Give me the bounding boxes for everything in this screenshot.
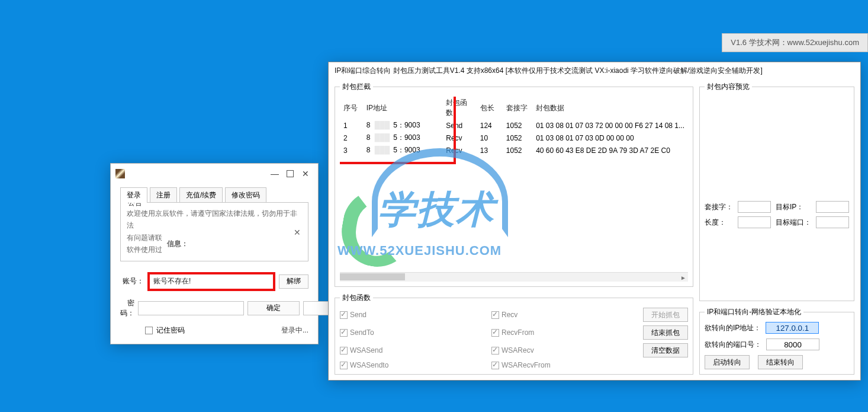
col-socket[interactable]: 套接字 [503, 97, 532, 119]
scroll-right-icon[interactable]: ► [679, 273, 688, 282]
app-icon [115, 169, 125, 178]
length-input[interactable] [738, 216, 771, 228]
tool-window: IP和端口综合转向 封包压力测试工具V1.4 支持x86x64 [本软件仅用于技… [328, 62, 861, 381]
chk-wsarecv[interactable]: WSARecv [491, 346, 635, 354]
table-row[interactable]: 28███5：9003Recv10105201 03 08 01 07 03 0… [340, 132, 688, 144]
functions-fieldset: 封包函数 Send Recv 开始抓包 SendTo RecvFrom 结束抓包… [335, 293, 693, 375]
start-forward-button[interactable]: 启动转向 [705, 355, 750, 369]
forward-legend: IP和端口转向-网络验证本地化 [705, 307, 803, 317]
chk-sendto[interactable]: SendTo [340, 328, 483, 337]
login-tabs: 登录 注册 充值/续费 修改密码 [120, 187, 308, 203]
preview-legend: 封包内容预览 [705, 82, 752, 92]
confirm-button[interactable]: 确定 [247, 301, 300, 315]
target-port-input[interactable] [816, 216, 849, 228]
chk-send[interactable]: Send [340, 311, 483, 319]
target-port-label: 目标端口： [776, 218, 811, 228]
announcement-box: 公告 欢迎使用京辰软件，请遵守国家法律法规，切勿用于非法 有问题请联 软件使用过… [120, 202, 308, 261]
login-status: 登录中... [281, 325, 308, 336]
tool-title: IP和端口综合转向 封包压力测试工具V1.4 支持x86x64 [本软件仅用于技… [329, 62, 860, 79]
clear-data-button[interactable]: 清空数据 [643, 343, 688, 357]
minimize-button[interactable]: — [267, 167, 282, 180]
tab-register[interactable]: 注册 [150, 187, 177, 203]
length-label: 长度： [705, 218, 733, 228]
error-text: 账号不存在! [153, 276, 191, 286]
table-row[interactable]: 18███5：9003Send124105201 03 08 01 07 03 … [340, 119, 688, 132]
forward-ip-input[interactable] [766, 322, 819, 334]
col-data[interactable]: 封包数据 [532, 97, 688, 119]
message-label: 信息： [167, 238, 188, 250]
functions-legend: 封包函数 [340, 293, 373, 303]
tab-changepwd[interactable]: 修改密码 [225, 187, 266, 203]
announce-line2b: 软件使用过 [127, 244, 162, 255]
preview-fieldset: 封包内容预览 套接字： 目标IP： 长度： 目标端口： [699, 82, 854, 301]
announce-line1: 欢迎使用京辰软件，请遵守国家法律法规，切勿用于非法 [127, 207, 302, 232]
socket-label: 套接字： [705, 202, 733, 212]
announce-line2a: 有问题请联 [127, 232, 162, 244]
capture-fieldset: 封包拦截 序号 IP地址 封包函数 包长 套接字 封包数据 18███5：900… [335, 82, 693, 287]
chk-wsasendto[interactable]: WSASendto [340, 361, 483, 369]
chk-recvfrom[interactable]: RecvFrom [491, 328, 635, 337]
col-len[interactable]: 包长 [477, 97, 503, 119]
forward-ip-label: 欲转向的IP地址： [705, 323, 761, 333]
login-titlebar: — ✕ [111, 164, 318, 184]
chk-wsasend[interactable]: WSASend [340, 346, 483, 354]
chk-recv[interactable]: Recv [491, 311, 635, 319]
close-button[interactable]: ✕ [298, 167, 313, 180]
col-index[interactable]: 序号 [340, 97, 363, 119]
error-highlight: 账号不存在! [147, 272, 275, 291]
chk-wsarecvfrom[interactable]: WSARecvFrom [491, 361, 635, 369]
packet-table[interactable]: 序号 IP地址 封包函数 包长 套接字 封包数据 18███5：9003Send… [340, 97, 688, 157]
remember-checkbox[interactable] [145, 327, 153, 334]
col-ip[interactable]: IP地址 [363, 97, 443, 119]
tab-login[interactable]: 登录 [120, 187, 147, 203]
end-capture-button[interactable]: 结束抓包 [643, 325, 688, 340]
end-forward-button[interactable]: 结束转向 [758, 355, 803, 369]
target-ip-label: 目标IP： [776, 202, 811, 212]
socket-input[interactable] [738, 201, 771, 213]
scroll-thumb[interactable] [340, 273, 405, 280]
login-window: — ✕ 登录 注册 充值/续费 修改密码 公告 欢迎使用京辰软件，请遵守国家法律… [110, 163, 319, 344]
maximize-button[interactable] [282, 167, 298, 180]
col-func[interactable]: 封包函数 [442, 97, 476, 119]
capture-legend: 封包拦截 [340, 82, 373, 92]
horizontal-scrollbar[interactable]: ◄ ► [340, 272, 688, 282]
forward-port-label: 欲转向的端口号： [705, 340, 761, 350]
forward-fieldset: IP和端口转向-网络验证本地化 欲转向的IP地址： 欲转向的端口号： 启动转向 … [699, 307, 854, 375]
password-input[interactable] [138, 301, 244, 315]
unbind-button[interactable]: 解绑 [279, 274, 308, 289]
message-close-icon[interactable]: ✕ [294, 228, 301, 237]
remember-label: 记住密码 [156, 325, 185, 336]
start-capture-button[interactable]: 开始抓包 [643, 308, 688, 322]
target-ip-input[interactable] [816, 201, 849, 213]
account-label: 账号： [120, 276, 144, 286]
tab-recharge[interactable]: 充值/续费 [179, 187, 223, 203]
site-badge: V1.6 学技术网：www.52xuejishu.com [722, 33, 868, 52]
password-label: 密码： [120, 298, 134, 318]
forward-port-input[interactable] [766, 338, 819, 350]
table-row[interactable]: 38███5：9003Recv13105240 60 60 43 E8 DE 2… [340, 144, 688, 157]
